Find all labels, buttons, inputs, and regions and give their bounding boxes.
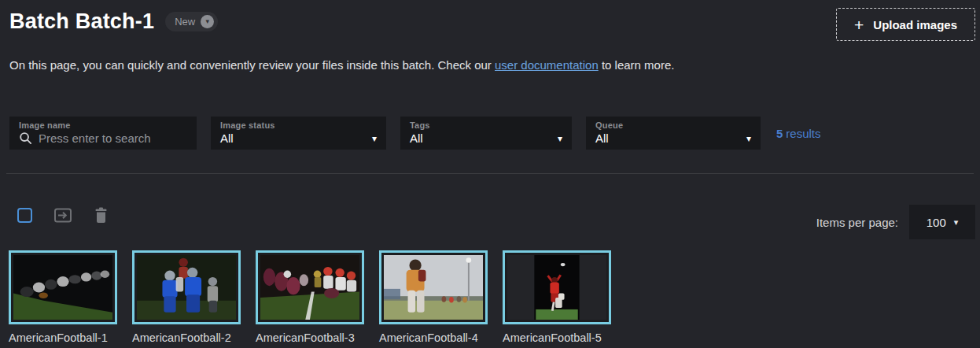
- selection-toolbar: [17, 207, 109, 224]
- gallery-item: AmericanFootball-4: [379, 250, 488, 344]
- thumbnail-football-1[interactable]: [9, 250, 117, 324]
- status-badge[interactable]: New ▾: [165, 12, 218, 31]
- image-name-label: AmericanFootball-2: [132, 331, 241, 344]
- divider: [6, 173, 974, 174]
- page-header: Batch Batch-1 New ▾ + Upload images: [9, 6, 975, 41]
- thumbnail-football-4[interactable]: [379, 250, 488, 324]
- description-text-before: On this page, you can quickly and conven…: [9, 58, 495, 72]
- thumbnail-football-2[interactable]: [132, 250, 241, 324]
- select-all-checkbox[interactable]: [17, 208, 32, 223]
- search-icon: [19, 131, 32, 145]
- thumbnail-image: [137, 255, 236, 320]
- gallery-item: AmericanFootball-1: [9, 250, 117, 344]
- thumbnail-football-3[interactable]: [256, 250, 364, 324]
- queue-dropdown[interactable]: Queue All ▾: [586, 117, 761, 150]
- gallery-item: AmericanFootball-3: [256, 250, 364, 344]
- chevron-down-icon: ▾: [954, 218, 959, 227]
- image-name-label: AmericanFootball-5: [503, 331, 611, 344]
- title-group: Batch Batch-1 New ▾: [9, 9, 218, 34]
- image-status-value: All: [220, 131, 234, 145]
- thumbnail-image: [384, 255, 483, 320]
- thumbnail-image: [260, 255, 359, 320]
- chevron-down-icon: ▾: [558, 134, 562, 143]
- user-documentation-link[interactable]: user documentation: [495, 58, 599, 72]
- results-count-number: 5: [776, 127, 783, 140]
- upload-images-label: Upload images: [873, 18, 957, 31]
- image-status-dropdown[interactable]: Image status All ▾: [211, 117, 386, 150]
- move-to-queue-icon[interactable]: [53, 207, 72, 224]
- image-name-label: AmericanFootball-3: [256, 331, 364, 344]
- page-title: Batch Batch-1: [9, 9, 154, 34]
- thumbnail-football-5[interactable]: [503, 250, 611, 324]
- chevron-down-icon: ▾: [372, 134, 377, 143]
- results-count: 5results: [776, 127, 821, 140]
- results-count-label: results: [786, 127, 820, 140]
- filter-bar: Image name Image status All ▾ Tags All ▾…: [9, 117, 821, 150]
- queue-value: All: [595, 131, 609, 145]
- items-per-page-select[interactable]: 100 ▾: [909, 205, 975, 239]
- image-name-label: AmericanFootball-4: [379, 331, 488, 344]
- search-input[interactable]: [39, 131, 180, 145]
- image-status-label: Image status: [220, 120, 377, 130]
- chevron-down-icon[interactable]: ▾: [201, 15, 214, 28]
- image-gallery: AmericanFootball-1 AmericanFootball-2: [9, 250, 611, 344]
- upload-images-button[interactable]: + Upload images: [836, 8, 975, 41]
- image-name-filter-label: Image name: [19, 120, 187, 130]
- trash-icon[interactable]: [94, 207, 109, 224]
- tags-label: Tags: [410, 120, 562, 130]
- description-text-after: to learn more.: [599, 58, 675, 72]
- items-per-page-label: Items per page:: [816, 216, 898, 229]
- thumbnail-image: [13, 255, 112, 320]
- page-description: On this page, you can quickly and conven…: [9, 58, 674, 72]
- thumbnail-image: [507, 255, 606, 320]
- items-per-page-value: 100: [927, 216, 946, 229]
- tags-value: All: [410, 131, 423, 145]
- chevron-down-icon: ▾: [746, 134, 751, 143]
- plus-icon: +: [854, 17, 864, 33]
- queue-label: Queue: [595, 120, 751, 130]
- status-badge-label: New: [175, 16, 195, 28]
- tags-dropdown[interactable]: Tags All ▾: [400, 117, 572, 150]
- image-name-filter: Image name: [9, 117, 197, 150]
- image-name-label: AmericanFootball-1: [9, 331, 117, 344]
- gallery-item: AmericanFootball-5: [503, 250, 611, 344]
- items-per-page: Items per page: 100 ▾: [816, 205, 975, 239]
- gallery-item: AmericanFootball-2: [132, 250, 241, 344]
